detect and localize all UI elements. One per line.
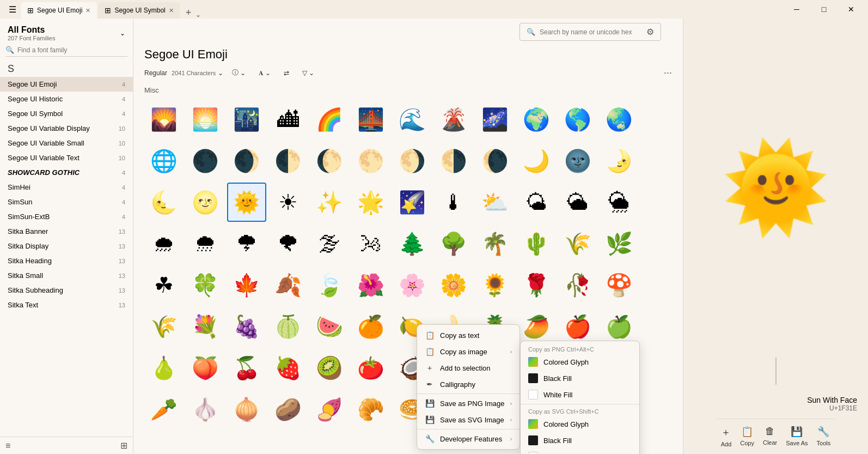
glyph-cell[interactable]: 🌡 xyxy=(434,183,473,222)
glyph-cell[interactable]: 🥕 xyxy=(144,390,184,429)
tab-symbol[interactable]: ⊞ Segoe UI Symbol ✕ xyxy=(98,2,180,19)
font-item-sitka-display[interactable]: Sitka Display13 xyxy=(0,239,133,253)
glyph-cell[interactable]: 🌏 xyxy=(600,100,639,139)
glyph-cell[interactable]: 🥐 xyxy=(351,390,390,429)
ctx-copy-text[interactable]: 📋 Copy as text xyxy=(417,327,519,343)
list-view-icon[interactable]: ≡ xyxy=(5,441,10,451)
font-item-sitka-heading[interactable]: Sitka Heading13 xyxy=(0,253,133,268)
save-as-button[interactable]: 💾 Save As xyxy=(781,423,812,450)
glyph-cell[interactable]: 🍄 xyxy=(600,265,639,305)
glyph-cell[interactable]: 🧅 xyxy=(227,390,266,429)
glyph-cell[interactable]: 🍈 xyxy=(268,307,308,346)
font-item-sitka-small[interactable]: Sitka Small13 xyxy=(0,268,133,283)
grid-view-icon[interactable]: ⊞ xyxy=(120,440,127,451)
glyph-cell[interactable]: 🌲 xyxy=(393,224,432,263)
sub-png-white[interactable]: White Fill xyxy=(521,386,639,403)
tabs-dropdown-button[interactable]: ⌄ xyxy=(195,11,201,19)
new-tab-button[interactable]: + xyxy=(181,7,196,19)
glyph-cell[interactable]: 🌬 xyxy=(351,224,390,263)
glyph-cell[interactable]: 🌄 xyxy=(144,100,184,139)
glyph-cell[interactable]: 🌼 xyxy=(434,265,473,305)
sidebar-search-bar[interactable]: 🔍 xyxy=(5,46,127,57)
ctx-copy-image[interactable]: 📋 Copy as image › xyxy=(417,343,519,360)
glyph-cell[interactable]: 🥔 xyxy=(268,390,308,429)
glyph-cell[interactable]: 🌃 xyxy=(227,100,266,139)
glyph-cell[interactable]: 🌐 xyxy=(144,141,184,180)
ctx-calligraphy[interactable]: ✒ Calligraphy xyxy=(417,376,519,392)
glyph-cell[interactable]: 🍅 xyxy=(351,348,390,388)
glyph-cell[interactable]: 🌦 xyxy=(600,183,639,222)
glyph-cell[interactable]: 🌊 xyxy=(393,100,432,139)
glyph-cell[interactable]: 🌾 xyxy=(144,307,184,346)
glyph-cell[interactable]: 🍉 xyxy=(310,307,349,346)
glyph-cell[interactable]: 🌧 xyxy=(144,224,184,263)
sub-svg-black[interactable]: Black Fill xyxy=(521,432,639,449)
search-bar[interactable]: 🔍 ⚙ xyxy=(519,23,661,41)
sidebar-search-input[interactable] xyxy=(17,46,127,54)
compare-button[interactable]: ⇄ xyxy=(279,67,294,79)
glyph-cell[interactable]: 🍐 xyxy=(144,348,184,388)
glyph-cell[interactable]: 🧄 xyxy=(186,390,225,429)
glyph-cell[interactable]: 🌩 xyxy=(227,224,266,263)
font-item-segoe-ui-symbol[interactable]: Segoe UI Symbol4 xyxy=(0,106,133,121)
sidebar-chevron-icon[interactable]: ⌄ xyxy=(120,29,125,37)
style-selector[interactable]: Regular 2041 Characters ⌄ xyxy=(144,69,223,77)
glyph-cell[interactable]: 🍀 xyxy=(186,265,225,305)
glyph-cell[interactable]: 🌞 xyxy=(227,183,266,222)
glyph-cell[interactable]: 🍃 xyxy=(310,265,349,305)
glyph-cell[interactable]: 🌖 xyxy=(393,141,432,180)
maximize-button[interactable]: □ xyxy=(811,1,836,17)
tab-emoji-close[interactable]: ✕ xyxy=(85,7,90,14)
glyph-cell[interactable]: ☀ xyxy=(268,183,308,222)
glyph-cell[interactable]: 🌜 xyxy=(144,183,184,222)
ctx-save-svg[interactable]: 💾 Save as SVG Image › xyxy=(417,411,519,428)
glyph-cell[interactable]: 🍒 xyxy=(227,348,266,388)
font-item-segoe-ui-historic[interactable]: Segoe UI Historic4 xyxy=(0,92,133,106)
glyph-cell[interactable]: 💐 xyxy=(186,307,225,346)
glyph-cell[interactable]: 🍊 xyxy=(351,307,390,346)
tools-button[interactable]: 🔧 Tools xyxy=(812,423,835,450)
glyph-cell[interactable]: 🌸 xyxy=(393,265,432,305)
filter-button[interactable]: ▽ ⌄ xyxy=(298,67,319,79)
close-button[interactable]: ✕ xyxy=(839,1,864,17)
add-button[interactable]: ＋ Add xyxy=(717,423,736,450)
glyph-cell[interactable]: 🥝 xyxy=(310,348,349,388)
glyph-cell[interactable]: 🌛 xyxy=(600,141,639,180)
font-item-sitka-subheading[interactable]: Sitka Subheading13 xyxy=(0,283,133,298)
glyph-cell[interactable]: 🏙 xyxy=(268,100,308,139)
glyph-cell[interactable]: 🍠 xyxy=(310,390,349,429)
glyph-cell[interactable]: 🌑 xyxy=(186,141,225,180)
glyph-cell[interactable]: ⛅ xyxy=(475,183,515,222)
settings-icon[interactable]: ⚙ xyxy=(646,27,654,37)
font-item-sitka-text[interactable]: Sitka Text13 xyxy=(0,298,133,312)
glyph-cell[interactable]: 🌘 xyxy=(475,141,515,180)
clear-button[interactable]: 🗑 Clear xyxy=(759,423,781,450)
glyph-cell[interactable]: 🌔 xyxy=(310,141,349,180)
font-size-button[interactable]: 𝐀 ⌄ xyxy=(254,67,275,79)
font-item-showcard-gothic[interactable]: Showcard Gothic4 xyxy=(0,165,133,180)
font-item-simsun-extb[interactable]: SimSun-ExtB4 xyxy=(0,209,133,224)
glyph-cell[interactable]: 🌒 xyxy=(227,141,266,180)
font-item-sitka-banner[interactable]: Sitka Banner13 xyxy=(0,224,133,239)
glyph-cell[interactable]: 🌓 xyxy=(268,141,308,180)
font-item-segoe-ui-variable-text[interactable]: Segoe UI Variable Text10 xyxy=(0,150,133,165)
glyph-cell[interactable]: 🌥 xyxy=(558,183,597,222)
tab-symbol-close[interactable]: ✕ xyxy=(169,7,174,14)
glyph-cell[interactable]: 🌍 xyxy=(517,100,556,139)
glyph-cell[interactable]: 🌕 xyxy=(351,141,390,180)
glyph-cell[interactable]: 🌿 xyxy=(600,224,639,263)
glyph-cell[interactable]: 🌎 xyxy=(558,100,597,139)
info-button[interactable]: ⓘ ⌄ xyxy=(228,66,250,80)
font-item-simsun[interactable]: SimSun4 xyxy=(0,195,133,209)
sub-svg-white[interactable]: White Fill xyxy=(521,449,639,454)
glyph-cell[interactable]: 🌻 xyxy=(475,265,515,305)
glyph-cell[interactable]: 🌅 xyxy=(186,100,225,139)
glyph-cell[interactable]: 🥀 xyxy=(558,265,597,305)
ctx-add-selection[interactable]: + Add to selection xyxy=(417,360,519,376)
sub-png-colored[interactable]: Colored Glyph xyxy=(521,354,639,370)
glyph-cell[interactable]: ✨ xyxy=(310,183,349,222)
glyph-cell[interactable]: 🌙 xyxy=(517,141,556,180)
sub-svg-colored[interactable]: Colored Glyph xyxy=(521,416,639,432)
glyph-cell[interactable]: 🌚 xyxy=(558,141,597,180)
glyph-cell[interactable]: ☘ xyxy=(144,265,184,305)
